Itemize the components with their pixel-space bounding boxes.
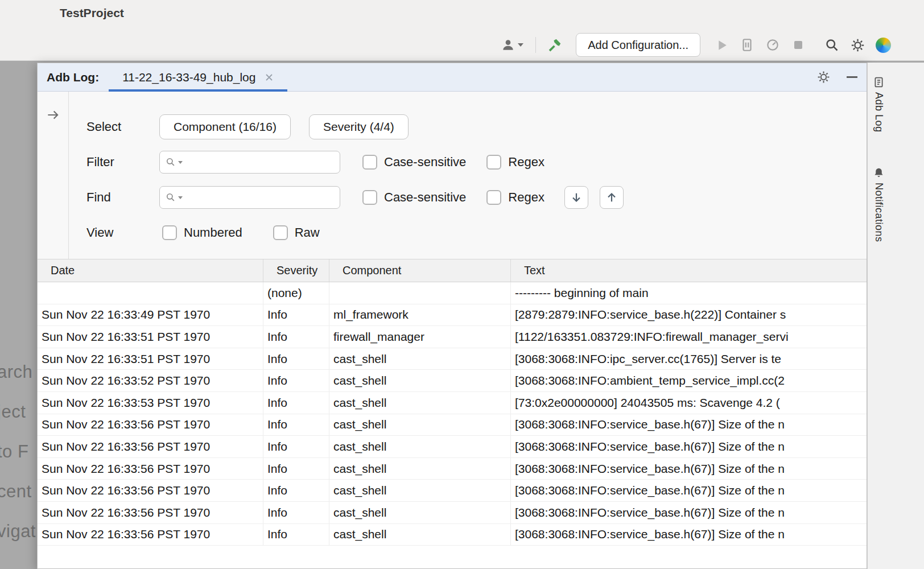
component-filter-button[interactable]: Component (16/16) — [159, 114, 291, 139]
stop-button[interactable] — [790, 37, 806, 53]
find-case-sensitive-option[interactable]: Case-sensitive — [362, 190, 466, 205]
right-tool-stripe: Adb Log Notifications — [867, 63, 924, 569]
log-text-cell: [3068:3068:INFO:service_base.h(67)] Size… — [511, 414, 867, 436]
tabbar-actions — [816, 70, 857, 84]
log-text-cell: [73:0x2e00000000] 24043505 ms: Scavenge … — [511, 392, 867, 414]
device-manager-icon — [876, 38, 891, 53]
column-header-date[interactable]: Date — [38, 259, 263, 282]
case-sensitive-label: Case-sensitive — [384, 190, 466, 205]
attach-debugger-button[interactable] — [739, 37, 755, 53]
active-tab-underline — [109, 89, 287, 92]
find-label: Find — [86, 190, 159, 205]
view-label: View — [86, 225, 159, 240]
numbered-label: Numbered — [184, 225, 242, 240]
minimize-icon[interactable] — [847, 76, 857, 78]
panel-settings-gear-icon[interactable] — [816, 70, 831, 84]
gear-icon — [850, 38, 865, 53]
log-file-tab[interactable]: 11-22_16-33-49_hub_log — [109, 63, 287, 91]
profiler-button[interactable] — [765, 37, 781, 53]
log-date-cell: Sun Nov 22 16:33:56 PST 1970 — [38, 436, 263, 457]
device-manager-button[interactable] — [875, 37, 891, 53]
table-row[interactable]: Sun Nov 22 16:33:51 PST 1970 Info cast_s… — [38, 348, 867, 370]
find-next-button[interactable] — [564, 186, 588, 209]
log-date-cell: Sun Nov 22 16:33:53 PST 1970 — [38, 392, 263, 414]
search-history-chevron-icon[interactable] — [178, 161, 183, 164]
table-row[interactable]: Sun Nov 22 16:33:56 PST 1970 Info cast_s… — [38, 502, 867, 524]
log-component-cell: cast_shell — [329, 458, 511, 480]
table-row[interactable]: Sun Nov 22 16:33:56 PST 1970 Info cast_s… — [38, 436, 867, 458]
find-regex-option[interactable]: Regex — [486, 190, 544, 205]
column-header-text[interactable]: Text — [511, 259, 867, 282]
severity-filter-button[interactable]: Severity (4/4) — [309, 114, 409, 139]
log-component-cell: cast_shell — [329, 524, 511, 546]
add-configuration-button[interactable]: Add Configuration... — [576, 33, 700, 57]
select-label: Select — [86, 119, 159, 134]
numbered-option[interactable]: Numbered — [162, 225, 242, 240]
log-date-cell: Sun Nov 22 16:33:56 PST 1970 — [38, 524, 263, 546]
log-date-cell: Sun Nov 22 16:33:56 PST 1970 — [38, 502, 263, 523]
log-text-cell: [3068:3068:INFO:service_base.h(67)] Size… — [511, 502, 867, 523]
table-row[interactable]: Sun Nov 22 16:33:52 PST 1970 Info cast_s… — [38, 370, 867, 392]
log-component-cell: cast_shell — [329, 392, 511, 414]
filter-input[interactable] — [184, 156, 335, 169]
log-severity-cell: Info — [263, 414, 329, 436]
user-profile-button[interactable] — [500, 37, 525, 53]
regex-label: Regex — [508, 190, 544, 205]
arrow-right-icon[interactable] — [46, 108, 60, 122]
case-sensitive-checkbox[interactable] — [362, 190, 377, 205]
log-date-cell: Sun Nov 22 16:33:52 PST 1970 — [38, 370, 263, 391]
raw-option[interactable]: Raw — [273, 225, 320, 240]
stripe-adb-log-label: Adb Log — [873, 92, 885, 133]
arrow-up-icon — [605, 191, 618, 204]
log-severity-cell: Info — [263, 480, 329, 501]
play-icon — [715, 38, 729, 52]
search-history-chevron-icon[interactable] — [178, 196, 183, 199]
search-everywhere-button[interactable] — [824, 37, 840, 53]
settings-button[interactable] — [849, 37, 865, 53]
regex-checkbox[interactable] — [486, 190, 501, 205]
bell-icon — [873, 167, 885, 179]
toolbar-divider — [535, 37, 536, 53]
log-date-cell: Sun Nov 22 16:33:51 PST 1970 — [38, 348, 263, 370]
log-component-cell: cast_shell — [329, 348, 511, 370]
log-severity-cell: Info — [263, 436, 329, 457]
build-hammer-button[interactable] — [547, 37, 563, 53]
log-text-cell: --------- beginning of main — [511, 282, 867, 304]
log-component-cell: cast_shell — [329, 480, 511, 501]
log-date-cell — [38, 282, 263, 304]
log-severity-cell: Info — [263, 502, 329, 523]
regex-label: Regex — [508, 155, 544, 170]
stripe-item-notifications[interactable]: Notifications — [868, 167, 889, 242]
table-row[interactable]: Sun Nov 22 16:33:56 PST 1970 Info cast_s… — [38, 458, 867, 480]
table-row[interactable]: Sun Nov 22 16:33:56 PST 1970 Info cast_s… — [38, 524, 867, 546]
log-document-icon — [873, 76, 885, 88]
column-header-severity[interactable]: Severity — [263, 259, 329, 282]
find-input[interactable] — [184, 191, 335, 204]
log-severity-cell: Info — [263, 370, 329, 391]
table-row[interactable]: Sun Nov 22 16:33:51 PST 1970 Info firewa… — [38, 326, 867, 348]
table-row[interactable]: Sun Nov 22 16:33:56 PST 1970 Info cast_s… — [38, 480, 867, 502]
raw-checkbox[interactable] — [273, 225, 288, 240]
run-button[interactable] — [713, 37, 729, 53]
filter-label: Filter — [86, 155, 159, 170]
background-text-fragment: cent — [0, 481, 32, 502]
select-row: Select Component (16/16) Severity (4/4) — [86, 114, 867, 139]
filter-case-sensitive-option[interactable]: Case-sensitive — [362, 155, 466, 170]
table-row[interactable]: Sun Nov 22 16:33:53 PST 1970 Info cast_s… — [38, 392, 867, 414]
regex-checkbox[interactable] — [486, 155, 501, 170]
close-icon[interactable] — [265, 73, 274, 82]
titlebar: TestProject Add Configuration... — [0, 0, 924, 61]
project-title: TestProject — [60, 6, 124, 20]
stripe-item-adb-log[interactable]: Adb Log — [868, 76, 889, 133]
case-sensitive-checkbox[interactable] — [362, 155, 377, 170]
table-row[interactable]: Sun Nov 22 16:33:49 PST 1970 Info ml_fra… — [38, 304, 867, 327]
table-row[interactable]: (none) --------- beginning of main — [38, 282, 867, 304]
find-row: Find Case-sensitive Regex — [86, 185, 867, 210]
numbered-checkbox[interactable] — [162, 225, 177, 240]
log-component-cell — [329, 282, 511, 304]
table-row[interactable]: Sun Nov 22 16:33:56 PST 1970 Info cast_s… — [38, 414, 867, 436]
search-icon — [165, 192, 176, 203]
column-header-component[interactable]: Component — [329, 259, 511, 282]
find-previous-button[interactable] — [600, 186, 624, 209]
filter-regex-option[interactable]: Regex — [486, 155, 544, 170]
